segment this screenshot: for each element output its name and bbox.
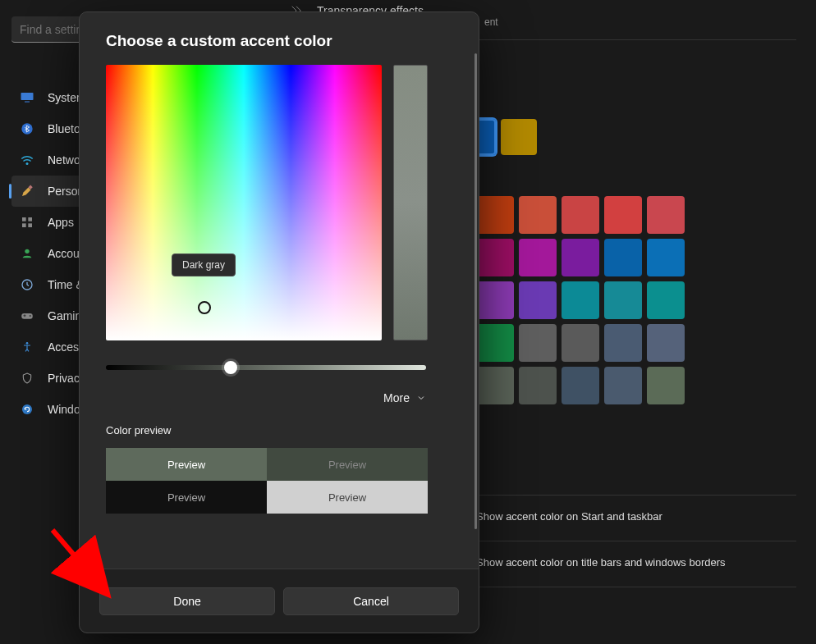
- more-toggle[interactable]: More: [106, 391, 426, 404]
- palette-swatch[interactable]: [647, 281, 685, 319]
- svg-rect-6: [28, 217, 32, 222]
- color-picker-dialog: Choose a custom accent color Dark gray M…: [79, 11, 479, 633]
- palette-swatch[interactable]: [647, 324, 685, 362]
- palette-swatch[interactable]: [604, 367, 642, 404]
- preview-cell: Preview: [267, 448, 428, 481]
- dialog-scrollbar[interactable]: [474, 53, 477, 529]
- time-icon: [20, 277, 34, 292]
- palette-swatch[interactable]: [519, 324, 557, 362]
- update-icon: [20, 402, 34, 417]
- value-bar[interactable]: [393, 65, 428, 340]
- svg-rect-14: [24, 314, 25, 317]
- color-handle[interactable]: [198, 301, 211, 314]
- apps-icon: [20, 215, 34, 230]
- gaming-icon: [20, 308, 34, 323]
- svg-point-9: [25, 249, 29, 253]
- accounts-icon: [20, 246, 34, 261]
- dialog-title: Choose a custom accent color: [106, 32, 452, 50]
- color-tooltip: Dark gray: [172, 253, 236, 276]
- palette-swatch[interactable]: [604, 281, 642, 319]
- palette-swatch[interactable]: [604, 239, 642, 276]
- lightness-thumb[interactable]: [224, 361, 237, 374]
- palette-swatch[interactable]: [562, 196, 599, 234]
- svg-rect-5: [22, 217, 26, 222]
- bluetooth-icon: [20, 121, 34, 136]
- lightness-slider[interactable]: [106, 365, 426, 370]
- svg-point-12: [30, 315, 31, 317]
- nav-label: Apps: [48, 216, 74, 229]
- privacy-icon: [20, 371, 34, 386]
- dialog-footer: Done Cancel: [80, 569, 479, 633]
- svg-rect-1: [25, 102, 30, 103]
- palette-swatch[interactable]: [519, 281, 557, 319]
- palette-swatch[interactable]: [476, 239, 514, 276]
- palette-swatch[interactable]: [519, 239, 557, 276]
- preview-grid: Preview Preview Preview Preview: [106, 448, 428, 514]
- palette-swatch[interactable]: [562, 367, 599, 404]
- palette-swatch[interactable]: [562, 281, 599, 319]
- system-icon: [20, 90, 34, 105]
- svg-point-3: [26, 162, 29, 165]
- accessibility-icon: [20, 340, 34, 354]
- preview-cell: Preview: [106, 481, 267, 514]
- svg-rect-0: [21, 93, 34, 100]
- palette-swatch[interactable]: [647, 367, 685, 404]
- palette-swatch[interactable]: [519, 196, 557, 234]
- svg-point-15: [26, 342, 29, 345]
- svg-rect-11: [21, 313, 33, 319]
- palette-swatch[interactable]: [604, 196, 642, 234]
- palette-swatch[interactable]: [476, 367, 514, 404]
- done-button[interactable]: Done: [99, 587, 275, 615]
- palette-swatch[interactable]: [562, 324, 599, 362]
- preview-cell: Preview: [106, 448, 267, 481]
- palette-grid: [476, 196, 816, 404]
- palette-swatch[interactable]: [562, 239, 599, 276]
- personalization-icon: [20, 184, 34, 199]
- accent-borders-row[interactable]: Show accent color on title bars and wind…: [476, 556, 816, 569]
- recent-swatch[interactable]: [501, 119, 537, 155]
- palette-swatch[interactable]: [647, 196, 685, 234]
- palette-swatch[interactable]: [647, 239, 685, 276]
- palette-swatch[interactable]: [476, 196, 514, 234]
- more-label: More: [383, 391, 410, 404]
- transparency-subtext: ent: [484, 16, 816, 28]
- svg-rect-7: [22, 223, 26, 227]
- color-field[interactable]: Dark gray: [106, 65, 382, 340]
- palette-swatch[interactable]: [476, 324, 514, 362]
- recent-colors-row: [460, 119, 816, 155]
- palette-swatch[interactable]: [476, 281, 514, 319]
- preview-cell: Preview: [267, 481, 428, 514]
- svg-point-16: [22, 404, 32, 414]
- palette-swatch[interactable]: [604, 324, 642, 362]
- preview-label: Color preview: [106, 424, 452, 436]
- network-icon: [20, 153, 34, 167]
- cancel-button[interactable]: Cancel: [283, 587, 459, 615]
- palette-swatch[interactable]: [519, 367, 557, 404]
- accent-taskbar-row[interactable]: Show accent color on Start and taskbar: [476, 510, 816, 523]
- svg-rect-8: [28, 223, 32, 227]
- chevron-down-icon: [416, 393, 426, 403]
